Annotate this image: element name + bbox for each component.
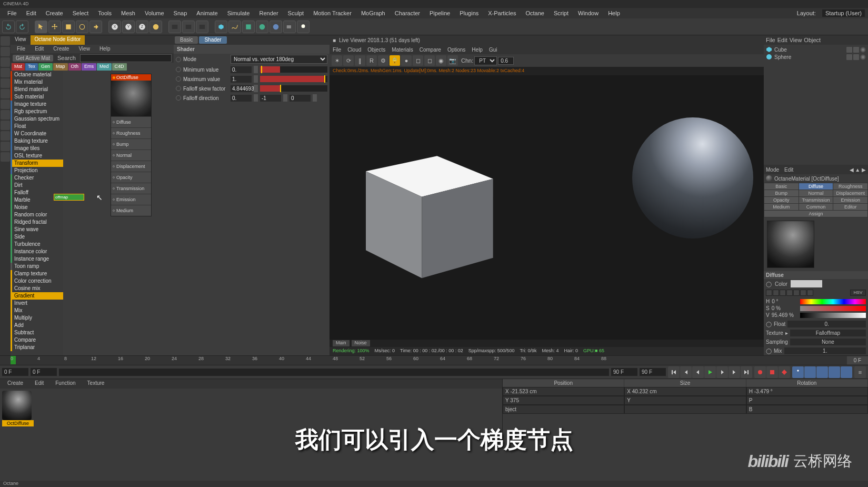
node-type-image-texture[interactable]: Image texture [11, 101, 63, 108]
spline-button[interactable] [228, 21, 241, 33]
attr-tab-transmission[interactable]: Transmission [799, 197, 833, 203]
mat-menu-edit[interactable]: Edit [29, 380, 49, 388]
primitive-cube-button[interactable] [215, 21, 227, 33]
vw-pick-icon[interactable]: ◻ [413, 55, 423, 66]
axis-mode-icon[interactable] [1, 57, 10, 67]
autokey-button[interactable] [766, 366, 778, 378]
max-radio[interactable] [176, 76, 181, 82]
pla-key-button[interactable] [841, 366, 852, 378]
tab-basic[interactable]: Basic [175, 36, 198, 44]
poly-mode-icon[interactable] [1, 89, 10, 98]
menu-render[interactable]: Render [255, 9, 282, 17]
vw-region-icon[interactable]: R [366, 55, 377, 66]
attr-menu-mode[interactable]: Mode [766, 167, 779, 173]
menu-pipeline[interactable]: Pipeline [425, 9, 454, 17]
attr-nav-icons[interactable]: ◀ ▲ ▶ [850, 167, 866, 173]
menu-mograph[interactable]: MoGraph [357, 9, 390, 17]
tab-octane-node-editor[interactable]: Octane Node Editor [31, 35, 85, 45]
float-value[interactable]: 0. [787, 321, 866, 327]
move-tool[interactable] [48, 21, 61, 33]
attr-tab-common[interactable]: Common [799, 204, 833, 210]
filter-mat[interactable]: Mat [12, 63, 25, 71]
menu-file[interactable]: File [3, 9, 21, 17]
end-frame-field1[interactable]: 90 F [611, 368, 637, 376]
node-slot-roughness[interactable]: Roughness [111, 127, 151, 138]
render-canvas[interactable] [330, 75, 764, 340]
obj-menu-file[interactable]: File [766, 37, 775, 43]
filter-ems[interactable]: Ems [82, 63, 96, 71]
filter-c4d[interactable]: C4D [112, 63, 127, 71]
filter-tex[interactable]: Tex [25, 63, 38, 71]
menu-character[interactable]: Character [391, 9, 424, 17]
render-settings-button[interactable] [196, 21, 208, 33]
mix-value[interactable]: 1. [784, 347, 866, 354]
vw-menu-compare[interactable]: Compare [420, 47, 441, 53]
get-active-mat-button[interactable]: Get Active Mat [13, 55, 53, 62]
vw-menu-cloud[interactable]: Cloud [347, 47, 361, 53]
node-type-cosine-mix[interactable]: Cosine mix [11, 285, 63, 292]
val-value[interactable]: 95.469 % [772, 312, 798, 318]
mat-menu-texture[interactable]: Texture [82, 380, 110, 388]
y-axis-toggle[interactable]: Y [122, 21, 135, 33]
node-slot-normal[interactable]: Normal [111, 150, 151, 161]
snap-icon[interactable] [1, 121, 10, 130]
attr-tab-roughness[interactable]: Roughness [833, 183, 867, 190]
menu-simulate[interactable]: Simulate [223, 9, 254, 17]
vw-tab-main[interactable]: Main [333, 340, 350, 346]
vw-refresh-icon[interactable]: ⟳ [343, 55, 354, 66]
end-frame-field2[interactable]: 90 F [640, 368, 666, 376]
menu-tools[interactable]: Tools [94, 9, 116, 17]
cube-tag1[interactable] [846, 47, 852, 53]
node-type-add[interactable]: Add [11, 322, 63, 329]
search-input[interactable] [80, 54, 172, 62]
rot-p[interactable]: P [746, 396, 868, 405]
deformer-button[interactable] [256, 21, 268, 33]
attr-tab-bump[interactable]: Bump [764, 190, 799, 196]
menu-animate[interactable]: Animate [192, 9, 222, 17]
menu-xparticles[interactable]: X-Particles [484, 9, 520, 17]
start-frame-field[interactable]: 0 F [2, 368, 28, 376]
sphere-tag2[interactable] [853, 54, 859, 60]
vw-menu-objects[interactable]: Objects [367, 47, 385, 53]
chn-dropdown[interactable]: PT [474, 56, 497, 65]
node-type-random-color[interactable]: Random color [11, 211, 63, 218]
filter-med[interactable]: Med [97, 63, 112, 71]
sat-value[interactable]: 0 % [772, 305, 798, 311]
render-region-button[interactable] [182, 21, 195, 33]
node-type-octane-material[interactable]: Octane material [11, 71, 63, 78]
scale-key-button[interactable] [804, 366, 816, 378]
pos-z[interactable]: bject [503, 405, 624, 414]
goto-start-button[interactable] [668, 366, 680, 378]
menu-create[interactable]: Create [42, 9, 67, 17]
node-type-ridged-fractal[interactable]: Ridged fractal [11, 218, 63, 226]
node-type-blend-material[interactable]: Blend material [11, 86, 63, 93]
attr-tab-basic[interactable]: Basic [764, 183, 799, 190]
node-type-mix-material[interactable]: Mix material [11, 78, 63, 86]
node-type-invert[interactable]: Invert [11, 300, 63, 307]
ne-menu-create[interactable]: Create [49, 45, 73, 53]
node-type-float[interactable]: Float [11, 123, 63, 130]
locked-icon[interactable] [1, 142, 10, 151]
min-value[interactable]: 0. [231, 66, 252, 73]
vw-sphere-icon[interactable]: ● [401, 55, 412, 66]
menu-volume[interactable]: Volume [141, 9, 168, 17]
node-type-osl-texture[interactable]: OSL texture [11, 152, 63, 160]
texture-mode-icon[interactable] [1, 100, 10, 109]
obj-menu-object[interactable]: Object [804, 37, 821, 43]
node-type-multiply[interactable]: Multiply [11, 314, 63, 322]
rot-key-button[interactable] [816, 366, 828, 378]
sampling-value[interactable]: None [790, 339, 866, 345]
pos-key-button[interactable] [792, 366, 804, 378]
node-type-checker[interactable]: Checker [11, 174, 63, 182]
node-slot-emission[interactable]: Emission [111, 194, 151, 205]
next-key-button[interactable] [729, 366, 740, 378]
attr-tab-editor[interactable]: Editor [833, 204, 867, 210]
attr-menu-edit[interactable]: Edit [784, 167, 793, 173]
x-axis-toggle[interactable]: X [108, 21, 121, 33]
vw-pause-icon[interactable]: ‖ [355, 55, 365, 66]
pos-x[interactable]: X -21.523 cm [503, 387, 624, 396]
attr-tab-normal[interactable]: Normal [799, 190, 833, 196]
viewport-solo-icon[interactable] [1, 152, 10, 162]
vw-lock-icon[interactable]: 🔒 [390, 55, 400, 66]
vw-menu-gui[interactable]: Gui [489, 47, 497, 53]
